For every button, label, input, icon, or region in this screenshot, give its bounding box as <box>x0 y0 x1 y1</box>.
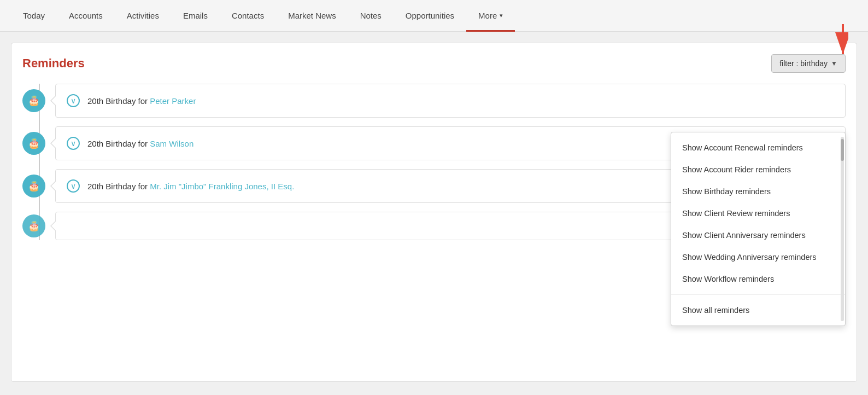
dropdown-item-birthday[interactable]: Show Birthday reminders <box>671 181 845 202</box>
dropdown-item-client-review[interactable]: Show Client Review reminders <box>671 202 845 224</box>
dropdown-item-client-anniversary[interactable]: Show Client Anniversary reminders <box>671 224 845 246</box>
birthday-icon-2: 🎂 <box>22 132 45 155</box>
dropdown-menu: Show Account Renewal reminders Show Acco… <box>671 132 846 326</box>
nav-accounts[interactable]: Accounts <box>57 0 115 32</box>
nav-opportunities[interactable]: Opportunities <box>394 0 466 32</box>
page-title: Reminders <box>22 56 85 71</box>
dropdown-item-show-all[interactable]: Show all reminders <box>671 299 845 321</box>
birthday-icon-4: 🎂 <box>22 214 45 237</box>
dropdown-item-workflow[interactable]: Show Workflow reminders <box>671 268 845 290</box>
reminder-text-2: 20th Birthday for Sam Wilson <box>87 139 193 148</box>
birthday-icon-3: 🎂 <box>22 175 45 198</box>
nav-today[interactable]: Today <box>11 0 57 32</box>
reminder-text-1: 20th Birthday for Peter Parker <box>87 96 196 106</box>
nav-contacts[interactable]: Contacts <box>220 0 276 32</box>
dropdown-scrollbar-thumb <box>841 139 844 161</box>
filter-button[interactable]: filter : birthday ▼ <box>771 54 846 73</box>
expand-button-3[interactable]: ∨ <box>67 179 80 193</box>
reminder-card-1: ∨ 20th Birthday for Peter Parker <box>55 84 846 118</box>
reminder-link-3[interactable]: Mr. Jim "Jimbo" Frankling Jones, II Esq. <box>150 182 294 191</box>
dropdown-item-account-renewal[interactable]: Show Account Renewal reminders <box>671 137 845 159</box>
nav-notes[interactable]: Notes <box>348 0 394 32</box>
filter-label: filter : birthday <box>779 59 828 68</box>
nav-emails[interactable]: Emails <box>171 0 220 32</box>
filter-dropdown-arrow: ▼ <box>831 60 837 67</box>
birthday-icon-1: 🎂 <box>22 89 45 112</box>
nav-more[interactable]: More ▾ <box>466 0 515 32</box>
nav-market-news[interactable]: Market News <box>276 0 348 32</box>
dropdown-scroll[interactable]: Show Account Renewal reminders Show Acco… <box>671 137 845 321</box>
dropdown-item-account-rider[interactable]: Show Account Rider reminders <box>671 159 845 181</box>
reminder-text-3: 20th Birthday for Mr. Jim "Jimbo" Frankl… <box>87 182 294 191</box>
dropdown-scrollbar[interactable] <box>841 137 844 321</box>
dropdown-item-wedding-anniversary[interactable]: Show Wedding Anniversary reminders <box>671 246 845 268</box>
nav-bar: Today Accounts Activities Emails Contact… <box>0 0 868 32</box>
page-header: Reminders filter : birthday ▼ <box>22 54 846 73</box>
dropdown-divider <box>671 294 845 295</box>
nav-more-arrow: ▾ <box>500 12 503 19</box>
expand-button-2[interactable]: ∨ <box>67 137 80 150</box>
page-card: Reminders filter : birthday ▼ <box>11 43 857 382</box>
reminder-link-1[interactable]: Peter Parker <box>150 96 196 106</box>
reminder-link-2[interactable]: Sam Wilson <box>150 139 193 148</box>
expand-button-1[interactable]: ∨ <box>67 94 80 107</box>
reminder-item: 🎂 ∨ 20th Birthday for Peter Parker <box>55 84 846 118</box>
nav-activities[interactable]: Activities <box>115 0 171 32</box>
main-content: Reminders filter : birthday ▼ <box>0 32 868 393</box>
